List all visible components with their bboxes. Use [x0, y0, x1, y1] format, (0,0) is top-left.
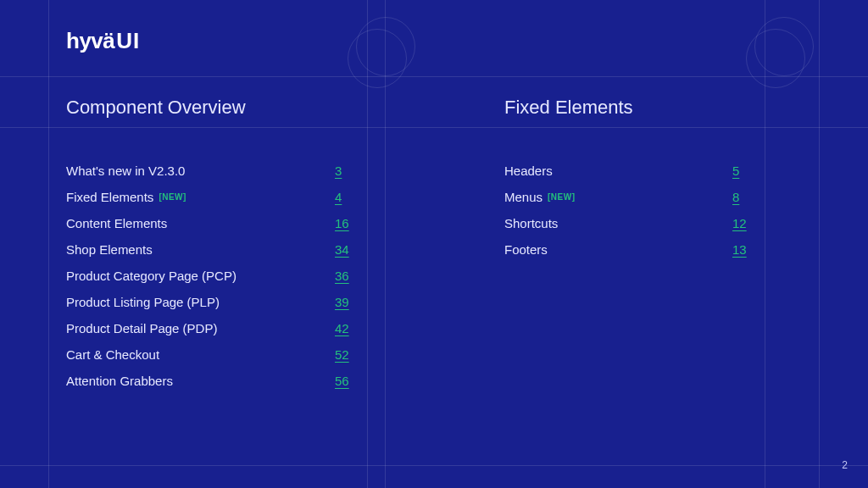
- toc-item: Product Listing Page (PLP): [66, 289, 320, 315]
- section-title-left: Component Overview: [66, 97, 246, 119]
- toc-label: Headers: [504, 164, 553, 178]
- toc-label: Footers: [504, 242, 548, 257]
- brand-logo: hyväUI: [66, 28, 140, 54]
- section-title-right: Fixed Elements: [504, 97, 633, 119]
- toc-left-labels: What's new in V2.3.0 Fixed Elements[NEW]…: [66, 158, 320, 394]
- toc-page-link[interactable]: 52: [335, 347, 349, 362]
- toc-item: What's new in V2.3.0: [66, 158, 320, 184]
- brand-name: hyvä: [66, 28, 114, 54]
- page-number: 2: [842, 459, 848, 471]
- toc-page-link[interactable]: 8: [732, 190, 739, 204]
- toc-item: Cart & Checkout: [66, 341, 320, 368]
- bg-grid-line: [48, 0, 49, 488]
- toc-right-labels: Headers Menus[NEW] Shortcuts Footers: [504, 158, 699, 263]
- brand-suffix: UI: [116, 28, 140, 54]
- toc-page-link[interactable]: 56: [335, 374, 349, 388]
- new-badge: [NEW]: [159, 192, 186, 202]
- toc-item: Product Detail Page (PDP): [66, 315, 320, 341]
- toc-item: Product Category Page (PCP): [66, 263, 320, 289]
- toc-label: Product Category Page (PCP): [66, 269, 236, 283]
- toc-page-link[interactable]: 39: [335, 295, 349, 309]
- toc-label: Content Elements: [66, 216, 167, 230]
- bg-circle-decor: [348, 29, 407, 88]
- toc-label: Cart & Checkout: [66, 347, 159, 362]
- toc-page-link[interactable]: 13: [732, 242, 747, 257]
- bg-circle-decor: [746, 29, 805, 88]
- toc-item: Shortcuts: [504, 210, 699, 236]
- toc-item: Shop Elements: [66, 236, 320, 263]
- toc-page-link[interactable]: 16: [335, 216, 349, 230]
- new-badge: [NEW]: [548, 192, 576, 202]
- toc-label: Shortcuts: [504, 216, 558, 230]
- bg-grid-line: [0, 76, 868, 77]
- bg-grid-line: [0, 465, 868, 466]
- toc-page-link[interactable]: 12: [732, 216, 747, 230]
- toc-left-pages: 3 4 16 34 36 39 42 52 56: [335, 158, 369, 394]
- toc-item: Footers: [504, 236, 699, 263]
- toc-label: Attention Grabbers: [66, 374, 173, 388]
- toc-item: Headers: [504, 158, 699, 184]
- toc-page-link[interactable]: 4: [335, 190, 342, 204]
- toc-item: Attention Grabbers: [66, 368, 320, 394]
- toc-page-link[interactable]: 36: [335, 269, 349, 283]
- toc-label: Product Listing Page (PLP): [66, 295, 220, 309]
- bg-grid-line: [819, 0, 820, 488]
- toc-item: Content Elements: [66, 210, 320, 236]
- toc-label: Shop Elements: [66, 242, 153, 257]
- toc-page-link[interactable]: 5: [732, 164, 739, 178]
- toc-label: What's new in V2.3.0: [66, 164, 185, 178]
- toc-label: Fixed Elements: [66, 190, 153, 204]
- toc-label: Menus: [504, 190, 542, 204]
- toc-page-link[interactable]: 42: [335, 321, 349, 336]
- toc-page-link[interactable]: 34: [335, 242, 349, 257]
- toc-item: Fixed Elements[NEW]: [66, 184, 320, 210]
- toc-page-link[interactable]: 3: [335, 164, 342, 178]
- toc-item: Menus[NEW]: [504, 184, 699, 210]
- toc-label: Product Detail Page (PDP): [66, 321, 217, 336]
- bg-grid-line: [0, 127, 868, 128]
- toc-right-pages: 5 8 12 13: [732, 158, 766, 263]
